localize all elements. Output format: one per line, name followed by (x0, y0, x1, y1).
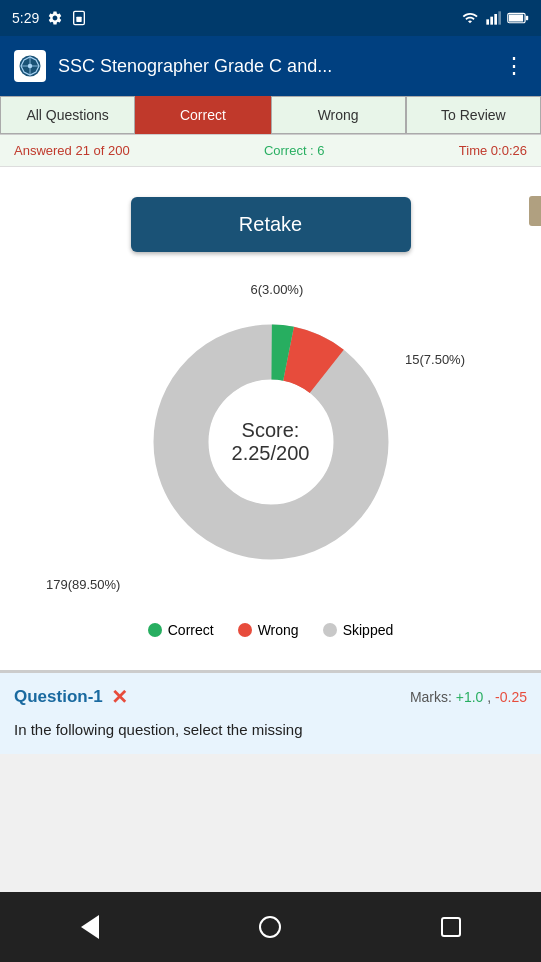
svg-rect-7 (509, 14, 523, 21)
sim-icon (71, 10, 87, 26)
tab-wrong[interactable]: Wrong (271, 96, 406, 134)
legend-skipped-dot (323, 623, 337, 637)
correct-stat: Correct : 6 (264, 143, 325, 158)
status-time: 5:29 (12, 10, 39, 26)
svg-rect-3 (490, 17, 493, 25)
score-label: Score: (232, 419, 310, 442)
chart-legend: Correct Wrong Skipped (16, 612, 525, 654)
home-icon (259, 916, 281, 938)
tab-correct[interactable]: Correct (135, 96, 270, 134)
answered-stat: Answered 21 of 200 (14, 143, 130, 158)
chart-label-skipped-pct: 179(89.50%) (46, 577, 120, 592)
svg-rect-2 (486, 19, 489, 24)
signal-icon (485, 10, 501, 26)
score-value: 2.25/200 (232, 442, 310, 465)
legend-skipped: Skipped (323, 622, 394, 638)
scroll-indicator (529, 196, 541, 226)
legend-wrong-label: Wrong (258, 622, 299, 638)
back-nav-button[interactable] (70, 907, 110, 947)
bottom-nav (0, 892, 541, 962)
donut-center: Score: 2.25/200 (232, 419, 310, 465)
legend-skipped-label: Skipped (343, 622, 394, 638)
question-card: Question-1 ✕ Marks: +1.0 , -0.25 In the … (0, 670, 541, 754)
app-logo (14, 50, 46, 82)
tab-all-questions[interactable]: All Questions (0, 96, 135, 134)
stats-bar: Answered 21 of 200 Correct : 6 Time 0:0:… (0, 135, 541, 167)
marks-positive: +1.0 (456, 689, 484, 705)
time-stat: Time 0:0:26 (459, 143, 527, 158)
marks-separator: , (483, 689, 495, 705)
retake-button[interactable]: Retake (131, 197, 411, 252)
back-icon (81, 915, 99, 939)
home-nav-button[interactable] (250, 907, 290, 947)
app-logo-icon (18, 54, 42, 78)
question-text: In the following question, select the mi… (14, 719, 527, 742)
svg-rect-1 (77, 17, 82, 22)
chart-label-correct-pct: 6(3.00%) (251, 282, 304, 297)
content-area: Retake 6(3.00%) 15(7.50%) 179(89.50%) (0, 167, 541, 670)
donut-chart: Score: 2.25/200 (141, 312, 401, 572)
status-right (461, 10, 529, 26)
tab-bar: All Questions Correct Wrong To Review (0, 96, 541, 135)
question-marks: Marks: +1.0 , -0.25 (410, 689, 527, 705)
question-title-row: Question-1 ✕ (14, 685, 128, 709)
question-x-mark: ✕ (111, 685, 128, 709)
tab-to-review[interactable]: To Review (406, 96, 541, 134)
chart-area: 6(3.00%) 15(7.50%) 179(89.50%) Score: (16, 272, 525, 612)
status-left: 5:29 (12, 10, 87, 26)
app-title: SSC Stenographer Grade C and... (58, 56, 491, 77)
legend-correct-dot (148, 623, 162, 637)
status-bar: 5:29 (0, 0, 541, 36)
chart-label-wrong-pct: 15(7.50%) (405, 352, 465, 367)
settings-icon (47, 10, 63, 26)
recents-icon (441, 917, 461, 937)
recents-nav-button[interactable] (431, 907, 471, 947)
question-title: Question-1 (14, 687, 103, 707)
marks-prefix: Marks: (410, 689, 456, 705)
battery-icon (507, 11, 529, 25)
more-vert-icon[interactable]: ⋮ (503, 53, 527, 79)
question-header: Question-1 ✕ Marks: +1.0 , -0.25 (14, 685, 527, 709)
legend-wrong: Wrong (238, 622, 299, 638)
legend-wrong-dot (238, 623, 252, 637)
svg-rect-8 (526, 16, 528, 21)
wifi-icon (461, 10, 479, 26)
svg-rect-5 (498, 11, 501, 24)
legend-correct-label: Correct (168, 622, 214, 638)
legend-correct: Correct (148, 622, 214, 638)
svg-rect-4 (494, 14, 497, 25)
marks-negative: -0.25 (495, 689, 527, 705)
app-bar: SSC Stenographer Grade C and... ⋮ (0, 36, 541, 96)
